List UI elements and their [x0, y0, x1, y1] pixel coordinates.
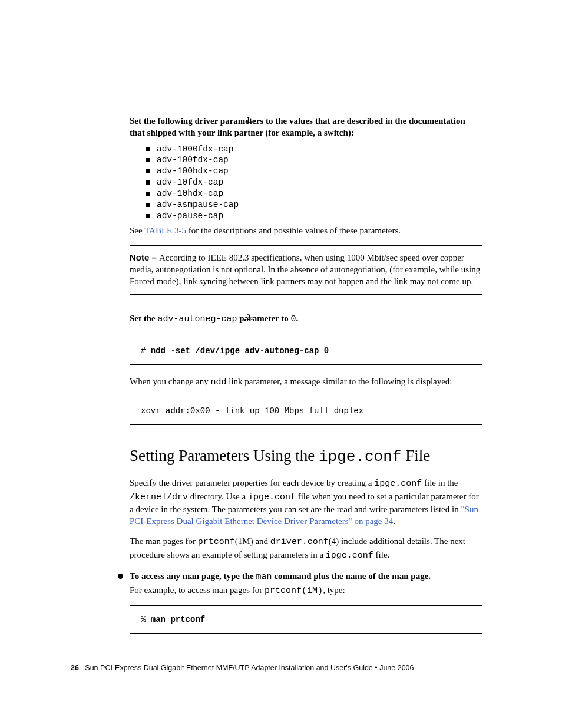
text: link parameter, a message similar to the… — [226, 377, 452, 386]
document-page: 1. Set the following driver parameters t… — [0, 0, 562, 728]
text: , type: — [323, 585, 345, 595]
code-text: ipge.conf — [326, 551, 373, 561]
step-1-number: 1. — [246, 115, 253, 125]
note-label: Note – — [130, 252, 159, 262]
text: When you change any — [130, 377, 210, 386]
list-item: adv-100fdx-cap — [146, 154, 482, 166]
page-number: 26 — [71, 664, 79, 672]
step-1-instruction: Set the following driver parameters to t… — [130, 115, 482, 139]
list-item: adv-10hdx-cap — [146, 188, 482, 199]
code-text: adv-autoneg-cap — [158, 314, 237, 324]
code-text: prtconf(1M) — [265, 586, 323, 596]
table-link[interactable]: TABLE 3-5 — [144, 226, 186, 235]
code-text: ndd — [210, 377, 226, 387]
note-box: Note – According to IEEE 802.3 specifica… — [130, 245, 482, 295]
code-text: driver.conf — [270, 537, 329, 547]
text: File — [401, 447, 430, 465]
code-text: prtconf — [198, 537, 235, 547]
paragraph: The man pages for prtconf(1M) and driver… — [130, 535, 482, 562]
list-item: adv-pause-cap — [146, 210, 482, 222]
step-2-number: 2. — [246, 312, 253, 322]
procedure-step: To access any man page, type the man com… — [119, 570, 482, 597]
text: file. — [373, 550, 390, 559]
text: directory. Use a — [188, 492, 248, 501]
procedure-subtext: For example, to access man pages for prt… — [130, 584, 482, 597]
parameter-list: adv-1000fdx-cap adv-100fdx-cap adv-100hd… — [130, 144, 482, 222]
see-reference: See TABLE 3-5 for the descriptions and p… — [130, 225, 482, 236]
step-2-instruction: Set the adv-autoneg-cap parameter to 0. — [130, 312, 482, 325]
text: To access any man page, type the — [130, 571, 256, 581]
step-1: 1. Set the following driver parameters t… — [130, 115, 482, 237]
list-item: adv-1000fdx-cap — [146, 144, 482, 155]
code-text: ipge.conf — [374, 479, 422, 489]
text: command plus the name of the man page. — [272, 571, 431, 581]
text: Setting Parameters Using the — [130, 447, 319, 465]
text: . — [296, 314, 298, 323]
code-block: % man prtconf — [130, 605, 482, 634]
list-item: adv-asmpause-cap — [146, 199, 482, 210]
paragraph: Specify the driver parameter properties … — [130, 477, 482, 527]
prompt: # — [141, 346, 151, 355]
code-text: man — [256, 572, 272, 582]
code-block: # ndd -set /dev/ipge adv-autoneg-cap 0 — [130, 337, 482, 365]
output-text: xcvr addr:0x00 - link up 100 Mbps full d… — [141, 406, 363, 416]
section-heading: Setting Parameters Using the ipge.conf F… — [130, 446, 482, 466]
code-block: xcvr addr:0x00 - link up 100 Mbps full d… — [130, 397, 482, 425]
paragraph: When you change any ndd link parameter, … — [130, 375, 482, 388]
page-footer: 26 Sun PCI-Express Dual Gigabit Ethernet… — [71, 664, 414, 672]
command: man prtconf — [151, 615, 205, 624]
text: . — [393, 516, 395, 526]
text: Specify the driver parameter properties … — [130, 478, 374, 487]
list-item: adv-10fdx-cap — [146, 177, 482, 188]
note-text: According to IEEE 802.3 specifications, … — [130, 253, 480, 286]
code-text: ipge.conf — [319, 448, 401, 466]
text: parameter to — [237, 314, 291, 323]
text: for the descriptions and possible values… — [186, 226, 401, 235]
code-text: ipge.conf — [248, 492, 296, 502]
list-item: adv-100hdx-cap — [146, 166, 482, 177]
text: For example, to access man pages for — [130, 585, 265, 595]
prompt: % — [141, 615, 151, 624]
text: The man pages for — [130, 536, 198, 546]
footer-title: Sun PCI-Express Dual Gigabit Ethernet MM… — [85, 664, 414, 672]
text: See — [130, 226, 144, 235]
text: file in the — [422, 478, 458, 487]
text: Set the — [130, 314, 158, 323]
code-text: /kernel/drv — [130, 492, 188, 502]
command: ndd -set /dev/ipge adv-autoneg-cap 0 — [151, 346, 329, 355]
procedure-title: To access any man page, type the man com… — [130, 570, 482, 583]
step-2: 2. Set the adv-autoneg-cap parameter to … — [130, 312, 482, 325]
text: (1M) and — [235, 536, 270, 546]
